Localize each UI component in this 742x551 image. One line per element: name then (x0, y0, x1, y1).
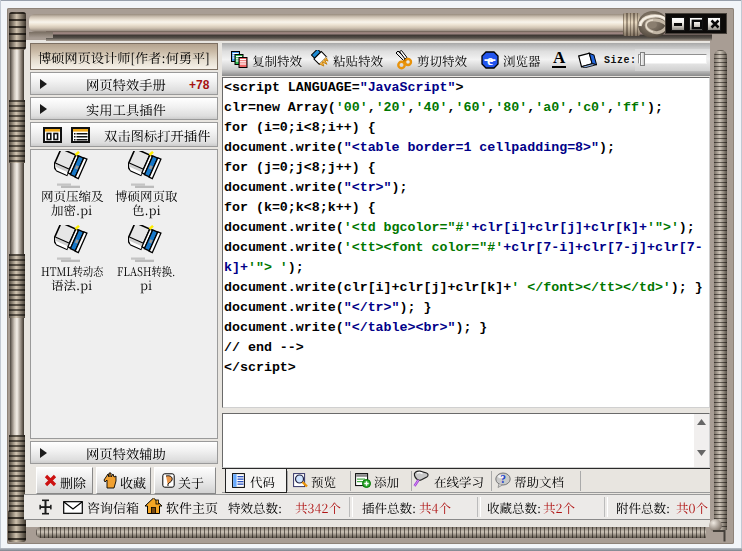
svg-text:?: ? (500, 473, 506, 485)
